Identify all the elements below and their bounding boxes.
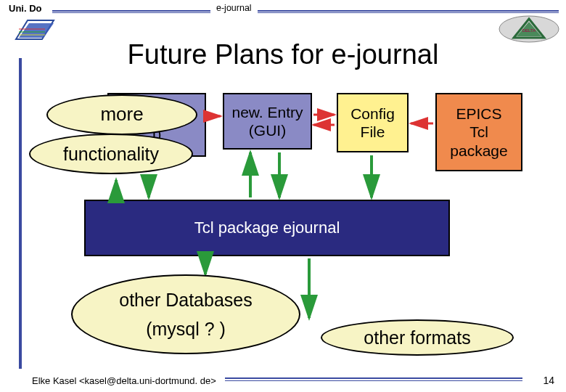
- footer-rule-thin: [225, 380, 522, 381]
- svg-text:DELTA: DELTA: [522, 28, 536, 33]
- page-title: Future Plans for e-journal: [0, 39, 566, 70]
- callout-otherdb-line2: (mysql ? ): [146, 318, 226, 340]
- callout-functionality: functionality: [29, 134, 193, 174]
- box-tcl-package-ejournal: Tcl package ejournal: [84, 200, 450, 256]
- footer-rule: [225, 377, 522, 379]
- box-newentry-gui: new. Entry (GUI): [223, 93, 312, 150]
- callout-more: more: [46, 94, 197, 135]
- box-config-file: Config File: [337, 93, 409, 152]
- left-accent-bar: [19, 58, 22, 369]
- uni-label: Uni. Do: [9, 3, 42, 14]
- header-topic: e-journal: [210, 3, 258, 13]
- footer-author: Elke Kasel <kasel@delta.uni-dortmund. de…: [32, 375, 216, 386]
- callout-other-databases: other Databases (mysql ? ): [71, 274, 300, 354]
- callout-otherdb-line1: other Databases: [119, 289, 252, 311]
- box-epics-tcl: EPICS Tcl package: [435, 93, 522, 171]
- header-rule-thin: [52, 12, 559, 13]
- callout-other-formats: other formats: [321, 319, 514, 356]
- page-number: 14: [543, 375, 554, 386]
- header-rule: [52, 10, 559, 12]
